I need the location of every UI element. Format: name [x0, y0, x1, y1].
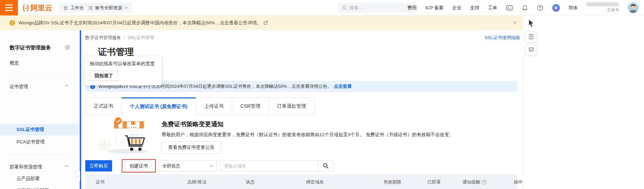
free-cert-notice-body: 尊敬的用户，根据供应商变更要求，免费证书（默认证书）的签发有效期将由12个月缩短…	[162, 132, 505, 138]
view-free-cert-announcement-button[interactable]: 查看免费证书变更公告	[162, 141, 221, 154]
sidebar-item-hosted-deploy[interactable]: 云产品托管部署	[17, 188, 49, 189]
chevron-up-icon[interactable]	[65, 84, 68, 87]
chevron-down-icon	[209, 165, 213, 167]
breadcrumb-separator: /	[124, 35, 125, 41]
tab-personal-test-certs[interactable]: 个人测试证书 (原免费证书)	[122, 97, 196, 115]
aliyun-logo[interactable]: (-) 阿里云	[23, 0, 52, 15]
breadcrumb: 数字证书管理服务 / SSL证书管理	[85, 35, 154, 41]
sidebar-group-cert-management[interactable]: 证书管理	[10, 84, 28, 90]
sidebar-item-overview[interactable]: 概览	[10, 60, 19, 66]
aliyun-logo-text: 阿里云	[31, 3, 52, 13]
column-validity[interactable]: 有效期限	[383, 179, 401, 185]
tab-upload-certs[interactable]: 上传证书	[196, 97, 232, 115]
top-navbar: (-) 阿里云 工作台 账号全部资源 费用 ICP 备案 企业 支持 工单	[0, 0, 644, 15]
create-cert-button[interactable]: 创建证书	[125, 161, 152, 171]
question-circle-icon[interactable]: ?	[482, 180, 487, 185]
workbench-label: 工作台	[70, 5, 84, 11]
sidebar-item-pca-cert-management[interactable]: PCA证书管理	[17, 139, 45, 145]
tab-official-certs[interactable]: 正式证书	[85, 97, 122, 115]
sidebar-item-ssl-cert-management[interactable]: SSL证书管理	[0, 124, 79, 135]
chevron-down-icon	[124, 7, 128, 9]
cert-tabs: 正式证书 个人测试证书 (原免费证书) 上传证书 CSR管理 订单退款管理	[85, 97, 315, 115]
domain-search-button[interactable]	[318, 161, 333, 171]
domain-search-group	[220, 160, 334, 172]
notice-view-link[interactable]: 点击查看	[334, 83, 352, 90]
free-cert-notice-title: 免费证书策略变更通知	[162, 120, 223, 128]
global-search-input[interactable]	[349, 5, 408, 10]
tooltip-text: 拖动此线条可以修改菜单的宽度	[90, 61, 156, 67]
external-link-icon[interactable]	[263, 21, 268, 25]
floating-widget-feedback[interactable]	[525, 44, 537, 56]
speech-dots	[129, 125, 138, 130]
buy-now-button[interactable]: 立即购买	[85, 160, 112, 172]
resource-list-icon	[88, 5, 93, 10]
pointer-widget[interactable]	[527, 19, 535, 28]
account-resources-label: 账号全部资源	[95, 5, 122, 11]
sidebar-divider	[6, 154, 68, 155]
floating-widget-docs[interactable]	[525, 31, 537, 43]
nav-link-support[interactable]: 支持	[470, 5, 479, 11]
promo-banner: Wosign品牌DV SSL证书于北京时间2024年07月04日起逐步调整中国内…	[0, 15, 523, 30]
column-actions[interactable]: 操作	[514, 179, 523, 185]
nav-link-billing[interactable]: 费用	[407, 5, 417, 11]
account-type-label: 主账号	[607, 7, 619, 13]
resize-tooltip: 拖动此线条可以修改菜单的宽度 我知道了	[85, 56, 162, 85]
tab-order-refund[interactable]: 订单退款管理	[269, 97, 315, 115]
check-badge	[115, 117, 122, 124]
sidebar-resize-handle[interactable]	[80, 30, 81, 189]
sidebar-divider	[6, 74, 68, 74]
nav-link-enterprise[interactable]: 企业	[452, 5, 461, 11]
status-filter-value: 全部状态	[162, 163, 180, 169]
column-notify: 通知提醒 ?	[462, 179, 487, 185]
sidebar-collapse-button[interactable]: ‹	[75, 171, 80, 181]
column-status[interactable]: 状态	[246, 179, 255, 185]
ssl-guide-link[interactable]: SSL证书使用指南	[484, 35, 520, 41]
search-icon	[342, 5, 347, 10]
document-icon	[528, 34, 534, 39]
account-resources-dropdown[interactable]: 账号全部资源	[84, 3, 132, 13]
cert-table-header: 证书 品牌/算法 状态 绑定域名 有效期限 已部署 通知提醒 ? 操作	[85, 174, 517, 189]
column-notify-label[interactable]: 通知提醒	[462, 179, 480, 185]
promo-banner-text: Wosign品牌DV SSL证书于北京时间2024年07月04日起逐步调整中国内…	[19, 20, 261, 26]
gear-icon[interactable]	[65, 45, 70, 50]
sidebar-title: 数字证书管理服务	[10, 45, 51, 51]
column-cert[interactable]: 证书	[96, 179, 105, 185]
sidebar-item-cloud-product-deploy[interactable]: 云产品部署	[17, 176, 40, 182]
warning-icon	[9, 20, 15, 26]
sidebar-item-label: SSL证书管理	[17, 127, 44, 133]
hamburger-menu-button[interactable]	[0, 0, 18, 15]
language-switch[interactable]: 简体	[568, 5, 578, 11]
account-name-redacted	[586, 2, 619, 6]
chevron-up-icon[interactable]	[65, 165, 68, 167]
main-content: 数字证书管理服务 / SSL证书管理 SSL证书使用指南 证书管理 Wosign…	[81, 30, 523, 189]
account-menu[interactable]: 主账号	[586, 2, 619, 13]
column-brand-algorithm[interactable]: 品牌/算法	[187, 179, 207, 185]
aliyun-logo-icon: (-)	[23, 4, 29, 12]
home-icon	[63, 5, 68, 10]
avatar[interactable]	[628, 2, 638, 13]
column-deployed[interactable]: 已部署	[427, 179, 441, 185]
breadcrumb-current: SSL证书管理	[128, 35, 154, 41]
shop-cart-illustration	[96, 116, 157, 156]
sidebar-group-deployment[interactable]: 部署和资源管理	[10, 164, 42, 170]
column-bound-domain[interactable]: 绑定域名	[306, 179, 324, 185]
global-search[interactable]	[339, 3, 415, 13]
help-icon[interactable]	[537, 4, 544, 11]
chevron-left-icon: ‹	[77, 174, 78, 178]
tooltip-confirm-button[interactable]: 我知道了	[90, 71, 118, 81]
cloud-shell-icon[interactable]	[506, 4, 513, 11]
domain-search-input[interactable]	[220, 161, 318, 171]
banner-close-icon[interactable]: ×	[512, 19, 518, 26]
tongyi-assistant-icon[interactable]	[552, 4, 560, 12]
feedback-icon	[528, 47, 534, 52]
tooltip-arrow	[82, 62, 87, 67]
content-right-divider	[523, 15, 523, 189]
tab-csr-management[interactable]: CSR管理	[232, 97, 269, 115]
sidebar: 数字证书管理服务 概览 证书管理 SSL证书管理 PCA证书管理 部署和资源管理…	[0, 30, 80, 189]
breadcrumb-root[interactable]: 数字证书管理服务	[85, 35, 121, 41]
notifications-bell-icon[interactable]	[521, 4, 528, 11]
nav-link-icp[interactable]: ICP 备案	[425, 5, 444, 11]
nav-link-tickets[interactable]: 工单	[488, 5, 497, 11]
status-filter-select[interactable]: 全部状态	[159, 160, 217, 172]
